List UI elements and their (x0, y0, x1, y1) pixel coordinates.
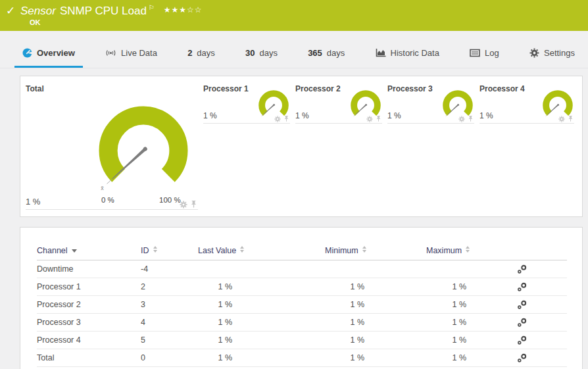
cell-last-value: 1 % (166, 314, 232, 332)
tab-365-days[interactable]: 365 days (300, 39, 353, 68)
log-icon (470, 49, 480, 57)
cell-maximum: 1 % (401, 314, 466, 332)
tab-label: Settings (544, 48, 575, 58)
tab-number: 30 (245, 48, 255, 58)
sort-icon (240, 246, 244, 253)
gauge-title: Processor 3 (387, 84, 433, 93)
tab-settings[interactable]: Settings (522, 39, 583, 68)
sensor-title: SensorSNMP CPU Load⚐★★★☆☆ (20, 4, 203, 18)
cell-maximum: 1 % (401, 349, 466, 367)
cell-maximum: 1 % (401, 278, 466, 296)
gauge-min-label: 0 % (101, 196, 114, 204)
gauge-icon (22, 48, 32, 58)
tab-30-days[interactable]: 30 days (237, 39, 285, 68)
tab-live-data[interactable]: Live Data (97, 39, 165, 68)
tab-label: Log (485, 48, 499, 58)
sensor-type-label: Sensor (20, 5, 56, 17)
column-header-channel[interactable]: Channel (37, 242, 77, 260)
gauge-value: 1 % (203, 111, 217, 120)
table-row-processor-4: Processor 4 5 1 % 1 % 1 % (37, 332, 567, 349)
tab-number: 2 (187, 48, 192, 58)
priority-stars[interactable]: ★★★☆☆ (164, 5, 203, 14)
gauge-value: 1 % (26, 197, 40, 207)
live-icon (105, 49, 116, 57)
tab-label: Overview (37, 48, 75, 58)
gauge-title: Processor 2 (295, 84, 341, 93)
table-row-downtime: Downtime -4 (37, 260, 567, 278)
chart-icon (376, 48, 386, 57)
table-row-processor-2: Processor 2 3 1 % 1 % 1 % (37, 296, 567, 314)
column-header-last-value[interactable]: Last Value (198, 242, 244, 260)
table-row-processor-1: Processor 1 2 1 % 1 % 1 % (37, 278, 567, 296)
channel-settings-icon[interactable] (517, 264, 527, 276)
cell-id: 0 (141, 349, 145, 367)
overview-panel: Total x̄ 0 % 100 % 1 % (20, 76, 583, 217)
cell-id: -4 (141, 260, 148, 278)
gauge-value: 1 % (479, 111, 493, 120)
sort-icon (466, 246, 470, 253)
cell-minimum: 1 % (299, 278, 364, 296)
status-badge: OK (30, 18, 41, 26)
gauge-pin-icon[interactable] (468, 115, 474, 122)
total-gauge-dial: x̄ (94, 101, 193, 200)
cell-channel: Total (37, 349, 54, 367)
tab-overview[interactable]: Overview (14, 39, 83, 68)
column-header-id[interactable]: ID (141, 242, 157, 260)
channel-settings-icon[interactable] (517, 335, 527, 347)
cell-minimum: 1 % (299, 349, 364, 367)
cell-channel: Processor 1 (37, 278, 81, 296)
gauge-pin-icon[interactable] (376, 115, 381, 122)
sensor-name: SNMP CPU Load (60, 5, 147, 17)
sort-icon (153, 246, 157, 253)
flag-icon[interactable]: ⚐ (149, 4, 155, 11)
channel-settings-icon[interactable] (517, 318, 527, 330)
cell-id: 4 (141, 314, 145, 332)
tab-label: Live Data (121, 48, 157, 58)
channel-settings-icon[interactable] (517, 353, 527, 365)
cell-channel: Downtime (37, 260, 74, 278)
column-header-minimum[interactable]: Minimum (325, 242, 366, 260)
sort-icon (362, 246, 366, 253)
cell-maximum: 1 % (401, 332, 466, 349)
cell-last-value: 1 % (166, 332, 232, 349)
cell-minimum: 1 % (299, 332, 364, 349)
gauge-settings-icon[interactable] (558, 116, 565, 122)
sensor-header: ✓ SensorSNMP CPU Load⚐★★★☆☆ OK (0, 0, 588, 31)
cell-channel: Processor 4 (37, 332, 81, 349)
gear-icon (529, 48, 539, 58)
gauge-title: Processor 4 (479, 84, 525, 93)
status-check-icon: ✓ (6, 4, 15, 18)
gauge-settings-icon[interactable] (458, 116, 465, 122)
gauge-settings-icon[interactable] (366, 116, 373, 122)
table-row-processor-3: Processor 3 4 1 % 1 % 1 % (37, 314, 567, 332)
sort-desc-icon (72, 249, 77, 253)
column-header-maximum[interactable]: Maximum (426, 242, 470, 260)
tab-historic-data[interactable]: Historic Data (368, 39, 447, 68)
gauge-pin-icon[interactable] (283, 115, 289, 122)
cell-last-value: 1 % (166, 278, 232, 296)
gauge-value: 1 % (387, 111, 401, 120)
gauge-total: Total x̄ 0 % 100 % 1 % (26, 81, 198, 210)
gauge-processor-3: Processor 3 1 % (387, 81, 474, 124)
cell-id: 5 (141, 332, 145, 349)
channels-table: Channel ID Last Value Minimum Maximum Do… (37, 242, 567, 367)
channel-settings-icon[interactable] (517, 282, 527, 294)
tab-log[interactable]: Log (462, 39, 507, 68)
gauge-title: Total (26, 84, 44, 93)
cell-id: 3 (141, 296, 145, 314)
cell-channel: Processor 2 (37, 296, 81, 314)
gauge-pin-icon[interactable] (568, 115, 574, 122)
tab-label: Historic Data (391, 48, 439, 58)
gauge-processor-1: Processor 1 1 % (203, 81, 290, 124)
cell-channel: Processor 3 (37, 314, 81, 332)
gauge-settings-icon[interactable] (274, 116, 281, 122)
gauge-settings-icon[interactable] (180, 201, 187, 209)
cell-last-value: 1 % (166, 349, 232, 367)
tab-number: 365 (308, 48, 322, 58)
table-row-total: Total 0 1 % 1 % 1 % (37, 349, 567, 367)
tab-2-days[interactable]: 2 days (180, 39, 223, 68)
gauge-title: Processor 1 (203, 84, 249, 93)
gauge-pin-icon[interactable] (190, 200, 197, 209)
channel-settings-icon[interactable] (517, 300, 527, 312)
prtg-sensor-page: ✓ SensorSNMP CPU Load⚐★★★☆☆ OK Overview (0, 0, 588, 369)
